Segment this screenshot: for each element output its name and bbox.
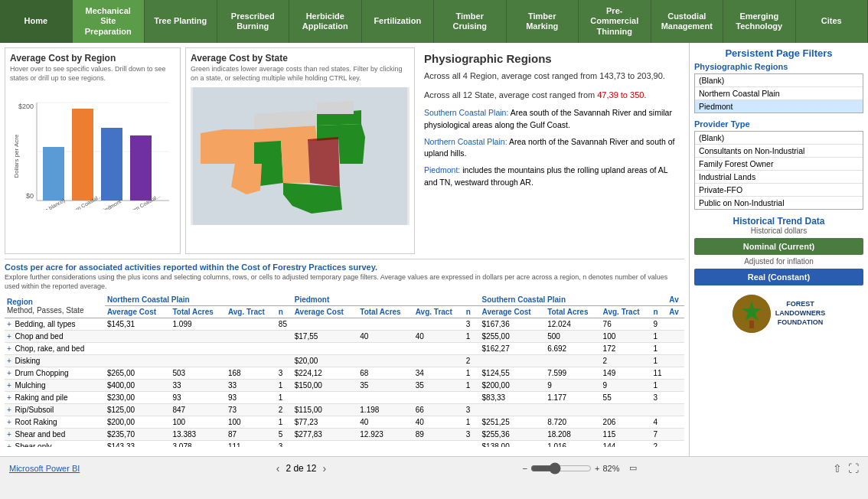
expand-icon[interactable]: + — [7, 320, 11, 328]
table-row[interactable]: + Shear only $143,33 3.078 111 3 $138,00… — [5, 441, 684, 448]
footer-icons: ⇧ ⛶ — [833, 462, 859, 475]
provider-filter-public[interactable]: Public on Non-Industrial — [695, 197, 863, 209]
row-scp-n: 1 — [651, 331, 667, 343]
expand-icon[interactable]: + — [7, 344, 11, 353]
table-row[interactable]: + Rip/Subsoil $125,00 847 73 2 $115,00 1… — [5, 404, 684, 416]
row-scp-acres: 7.599 — [545, 367, 600, 380]
expand-icon[interactable]: + — [7, 442, 11, 447]
powerbi-link[interactable]: Microsoft Power BI — [9, 464, 80, 473]
nav-home[interactable]: Home — [0, 0, 73, 43]
row-method: + Rip/Subsoil — [5, 404, 105, 416]
row-scp-n: 7 — [651, 429, 667, 441]
col-ncp-avg: Average Cost — [105, 306, 171, 318]
nav-tree-planting[interactable]: Tree Planting — [145, 0, 217, 43]
table-row[interactable]: + Chop and bed $17,55 40 40 1 $255,00 50… — [5, 331, 684, 343]
provider-filter-blank[interactable]: (Blank) — [695, 132, 863, 145]
row-ncp-n: 85 — [276, 318, 292, 331]
logo-area: FOREST LANDOWNERS FOUNDATION — [694, 295, 863, 333]
table-row[interactable]: + Raking and pile $230,00 93 93 1 $83,33… — [5, 392, 684, 404]
col-ncp-acres: Total Acres — [171, 306, 226, 318]
expand-icon[interactable]: + — [7, 369, 11, 377]
row-scp-acres: 12.024 — [545, 318, 600, 331]
row-scp-avg: $167,36 — [480, 318, 546, 331]
physio-filter-piedmont[interactable]: Piedmont — [695, 100, 863, 113]
nav-mechanical[interactable]: Mechanical Site Preparation — [73, 0, 145, 43]
expand-icon[interactable]: + — [7, 357, 11, 365]
nav-herbicide[interactable]: Herbicide Application — [289, 0, 362, 43]
row-scp-tract — [601, 404, 651, 416]
row-pie-avg: $115,00 — [292, 404, 358, 416]
zoom-plus-icon[interactable]: + — [595, 464, 599, 473]
fit-page-icon[interactable]: ▭ — [629, 463, 637, 473]
row-ncp-tract — [226, 318, 276, 331]
physio-filter-ncp[interactable]: Northern Coastal Plain — [695, 87, 863, 100]
zoom-slider[interactable] — [530, 462, 592, 475]
zoom-minus-icon[interactable]: − — [523, 464, 527, 473]
next-page-button[interactable]: › — [322, 462, 326, 475]
nav-emerging[interactable]: Emerging Technology — [723, 0, 796, 43]
svg-rect-9 — [130, 135, 152, 201]
provider-filter-title: Provider Type — [694, 119, 863, 129]
nav-timber-cruising[interactable]: Timber Cruising — [434, 0, 507, 43]
bar-chart[interactable]: $200 $0 — [10, 87, 175, 210]
expand-icon[interactable]: + — [7, 430, 11, 439]
table-row[interactable]: + Disking $20,00 2 2 1 — [5, 355, 684, 367]
row-scp-avg: $138,00 — [480, 441, 546, 448]
nav-prescribed-burning[interactable]: Prescribed Burning — [217, 0, 290, 43]
table-row[interactable]: + Shear and bed $235,70 13.383 87 5 $277… — [5, 429, 684, 441]
avg-region-subtitle: Hover over to see specific values. Drill… — [10, 65, 175, 83]
provider-filter-consultants[interactable]: Consultants on Non-Industrial — [695, 145, 863, 158]
row-av — [667, 343, 684, 355]
col-scp-tract: Avg. Tract — [601, 306, 651, 318]
physio-filter-blank[interactable]: (Blank) — [695, 74, 863, 87]
table-row[interactable]: + Root Raking $200,00 100 100 1 $77,23 4… — [5, 416, 684, 429]
physio-section-pie: Piedmont: includes the mountains plus th… — [424, 165, 680, 189]
expand-icon[interactable]: + — [7, 332, 11, 341]
btn-nominal[interactable]: Nominal (Current) — [694, 238, 863, 255]
row-ncp-n: 2 — [276, 404, 292, 416]
row-ncp-acres: 13.383 — [171, 429, 226, 441]
table-wrapper[interactable]: RegionMethod, Passes, State Northern Coa… — [5, 294, 684, 447]
row-pie-avg — [292, 441, 358, 448]
svg-text:Dollars per Acre: Dollars per Acre — [13, 134, 20, 178]
nav-pre-commercial[interactable]: Pre- Commercial Thinning — [579, 0, 651, 43]
table-row[interactable]: + Mulching $400,00 33 33 1 $150,00 35 35… — [5, 380, 684, 392]
expand-icon[interactable]: + — [7, 393, 11, 402]
row-scp-n: 9 — [651, 318, 667, 331]
physio-title: Physiographic Regions — [424, 52, 680, 65]
share-icon[interactable]: ⇧ — [833, 462, 842, 475]
footer-nav: ‹ 2 de 12 › — [276, 462, 326, 475]
row-ncp-acres — [171, 331, 226, 343]
row-pie-n: 1 — [464, 367, 480, 380]
expand-icon[interactable]: + — [7, 406, 11, 414]
provider-filter-family-forest[interactable]: Family Forest Owner — [695, 158, 863, 171]
row-ncp-avg — [105, 343, 171, 355]
btn-real[interactable]: Real (Constant) — [694, 269, 863, 285]
provider-filter-industrial[interactable]: Industrial Lands — [695, 171, 863, 184]
svg-text:$0: $0 — [26, 192, 34, 200]
nav-cites[interactable]: Cites — [796, 0, 869, 43]
fullscreen-icon[interactable]: ⛶ — [848, 462, 859, 475]
us-map-area[interactable] — [191, 87, 410, 225]
expand-icon[interactable]: + — [7, 381, 11, 390]
col-scp-n: n — [651, 306, 667, 318]
prev-page-button[interactable]: ‹ — [276, 462, 280, 475]
nav-fertilization[interactable]: Fertilization — [362, 0, 435, 43]
row-ncp-acres: 847 — [171, 404, 226, 416]
nav-timber-marking[interactable]: Timber Marking — [507, 0, 579, 43]
row-scp-tract: 76 — [601, 318, 651, 331]
provider-filter-private[interactable]: Private-FFO — [695, 184, 863, 197]
table-row[interactable]: + Drum Chopping $265,00 503 168 3 $224,1… — [5, 367, 684, 380]
physiographic-box: Physiographic Regions Across all 4 Regio… — [419, 47, 684, 254]
row-pie-acres: 35 — [357, 380, 413, 392]
expand-icon[interactable]: + — [7, 418, 11, 426]
row-pie-tract — [413, 343, 464, 355]
table-row[interactable]: + Chop, rake, and bed $162,27 6.692 172 … — [5, 343, 684, 355]
row-ncp-avg: $230,00 — [105, 392, 171, 404]
nav-custodial[interactable]: Custodial Management — [651, 0, 724, 43]
row-scp-avg: $83,33 — [480, 392, 546, 404]
row-ncp-avg — [105, 355, 171, 367]
table-row[interactable]: + Bedding, all types $145,31 1.099 85 3 … — [5, 318, 684, 331]
left-panel: Average Cost by Region Hover over to see… — [0, 43, 689, 456]
row-scp-avg: $255,00 — [480, 331, 546, 343]
